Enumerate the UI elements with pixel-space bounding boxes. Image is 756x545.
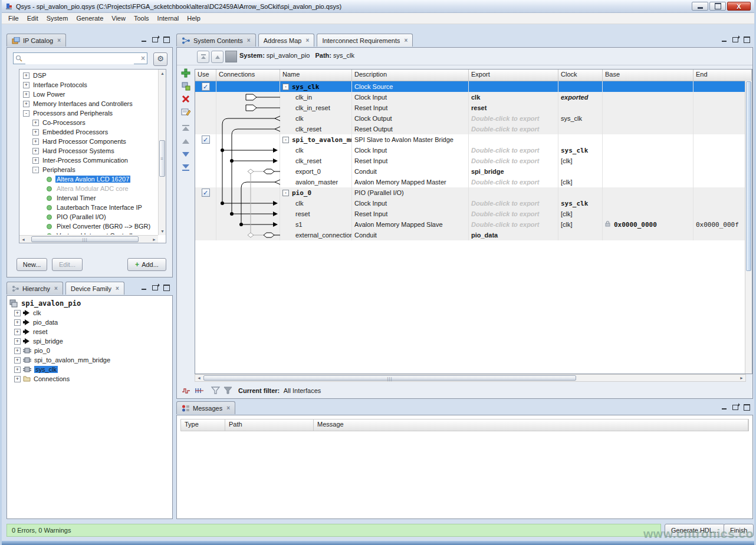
export-hint[interactable]: Double-click to export <box>469 156 558 166</box>
collapse-icon[interactable]: - <box>23 110 29 117</box>
ip-tree-item[interactable]: +Interface Protocols <box>21 80 157 90</box>
panel-minimize-icon[interactable] <box>140 284 148 291</box>
expand-icon[interactable]: + <box>14 348 21 354</box>
move-to-bottom-icon[interactable] <box>181 163 190 172</box>
remove-component-icon[interactable] <box>181 94 190 104</box>
add-button[interactable]: +Add... <box>127 258 166 271</box>
menu-system[interactable]: System <box>42 14 73 22</box>
export-hint[interactable]: Double-click to export <box>469 113 558 124</box>
expand-icon[interactable]: + <box>32 138 39 145</box>
scroll-right-icon[interactable]: ► <box>150 236 158 243</box>
move-to-top-icon[interactable] <box>181 124 190 133</box>
gear-icon[interactable]: ⚙ <box>153 52 167 66</box>
col-base[interactable]: Base <box>603 70 693 81</box>
hierarchy-root[interactable]: spi_avalon_pio <box>9 299 170 308</box>
clear-search-icon[interactable]: × <box>141 54 145 62</box>
close-tab-icon[interactable]: × <box>54 285 58 292</box>
scroll-left-icon[interactable]: ◄ <box>19 236 27 243</box>
scrollbar-thumb[interactable] <box>746 81 751 271</box>
minimize-button[interactable] <box>692 2 708 11</box>
export-hint[interactable]: Double-click to export <box>469 198 558 209</box>
expand-icon[interactable]: + <box>32 157 39 164</box>
table-vertical-scrollbar[interactable] <box>745 81 752 374</box>
table-horizontal-scrollbar[interactable]: ◄ ► ||| <box>195 374 746 382</box>
export-hint[interactable]: Double-click to export <box>469 145 558 156</box>
tab-hierarchy[interactable]: Hierarchy × <box>6 282 63 295</box>
panel-float-icon[interactable] <box>152 284 159 291</box>
col-path[interactable]: Path <box>225 420 314 431</box>
expand-icon[interactable]: + <box>14 310 21 316</box>
expand-icon[interactable]: + <box>14 376 21 382</box>
expand-icon[interactable]: + <box>14 338 21 345</box>
close-tab-icon[interactable]: × <box>116 285 119 292</box>
hierarchy-item[interactable]: +spi_bridge <box>9 336 170 346</box>
panel-minimize-icon[interactable] <box>140 36 148 43</box>
scroll-right-icon[interactable]: ► <box>738 374 745 382</box>
collapse-icon[interactable]: - <box>282 137 289 143</box>
add-component-icon[interactable] <box>181 68 190 78</box>
connection-diagram[interactable] <box>216 81 280 240</box>
edit-component-icon[interactable] <box>181 107 190 117</box>
col-clock[interactable]: Clock <box>558 70 603 81</box>
close-tab-icon[interactable]: × <box>247 37 251 44</box>
ip-tree-item[interactable]: -Processors and Peripherals <box>21 108 157 118</box>
panel-float-icon[interactable] <box>152 36 159 43</box>
expand-icon[interactable]: + <box>23 91 29 98</box>
expand-icon[interactable]: + <box>32 120 39 126</box>
ip-tree-item[interactable]: +Co-Processors <box>21 118 157 127</box>
close-tab-icon[interactable]: × <box>57 37 61 44</box>
expand-icon[interactable]: + <box>14 366 21 373</box>
col-use[interactable]: Use <box>195 70 216 81</box>
ip-search-box[interactable]: × <box>13 52 147 64</box>
menu-generate[interactable]: Generate <box>72 14 107 22</box>
expand-icon[interactable]: + <box>14 357 21 364</box>
scroll-down-icon[interactable]: ▼ <box>159 227 166 235</box>
collapse-icon[interactable]: - <box>32 167 39 173</box>
hierarchy-item-selected[interactable]: +sys_clk <box>9 365 170 374</box>
expand-icon[interactable]: + <box>23 72 29 79</box>
new-button[interactable]: New... <box>17 258 47 271</box>
panel-minimize-icon[interactable] <box>721 404 728 411</box>
menu-view[interactable]: View <box>107 14 130 22</box>
use-checkbox[interactable]: ✓ <box>195 81 216 92</box>
panel-float-icon[interactable] <box>732 36 739 43</box>
hierarchy-item[interactable]: +Connections <box>9 374 170 384</box>
ip-tree-item[interactable]: -Peripherals <box>21 165 157 174</box>
base-address[interactable]: 0x0000_0000 <box>614 221 657 229</box>
expand-icon[interactable]: + <box>14 319 21 326</box>
panel-maximize-icon[interactable] <box>743 404 751 411</box>
move-up-button[interactable] <box>211 51 223 63</box>
close-tab-icon[interactable]: × <box>305 37 309 44</box>
tab-device-family[interactable]: Device Family × <box>65 282 124 295</box>
ip-tree-item[interactable]: +Hard Processor Components <box>21 137 157 146</box>
collapse-icon[interactable]: - <box>282 190 289 196</box>
scroll-up-icon[interactable]: ▲ <box>159 70 166 77</box>
collapse-icon[interactable]: - <box>282 84 289 90</box>
lock-icon[interactable] <box>605 221 610 228</box>
hierarchy-item[interactable]: +clk <box>9 308 170 318</box>
tab-address-map[interactable]: Address Map × <box>258 34 315 47</box>
filter-remove-icon[interactable] <box>223 387 232 395</box>
ip-tree-item[interactable]: Pixel Converter (BGR0 --> BGR) <box>21 222 157 231</box>
menu-edit[interactable]: Edit <box>23 14 42 22</box>
col-connections[interactable]: Connections <box>216 70 280 81</box>
edit-button[interactable]: Edit... <box>52 258 83 271</box>
use-checkbox[interactable]: ✓ <box>195 134 216 145</box>
filter-funnel-icon[interactable] <box>211 387 220 395</box>
ip-tree-item-selected[interactable]: Altera Avalon LCD 16207 <box>21 174 157 184</box>
ip-tree-item[interactable]: +Embedded Processors <box>21 127 157 137</box>
ip-tree-item[interactable]: +Inter-Process Communication <box>21 156 157 165</box>
ip-tree-item[interactable]: Interval Timer <box>21 193 157 203</box>
export-value[interactable]: clk <box>469 92 558 103</box>
scrollbar-thumb[interactable]: ≡ <box>159 140 165 177</box>
panel-maximize-icon[interactable] <box>163 284 170 291</box>
col-description[interactable]: Description <box>352 70 469 81</box>
export-value[interactable]: pio_data <box>469 230 558 240</box>
export-hint[interactable]: Double-click to export <box>469 124 558 134</box>
col-message[interactable]: Message <box>314 420 748 431</box>
search-input[interactable] <box>25 54 134 64</box>
move-top-button[interactable] <box>197 51 209 63</box>
expand-icon[interactable]: + <box>32 129 39 136</box>
export-hint[interactable]: Double-click to export <box>469 219 558 230</box>
menu-help[interactable]: Help <box>183 14 205 22</box>
